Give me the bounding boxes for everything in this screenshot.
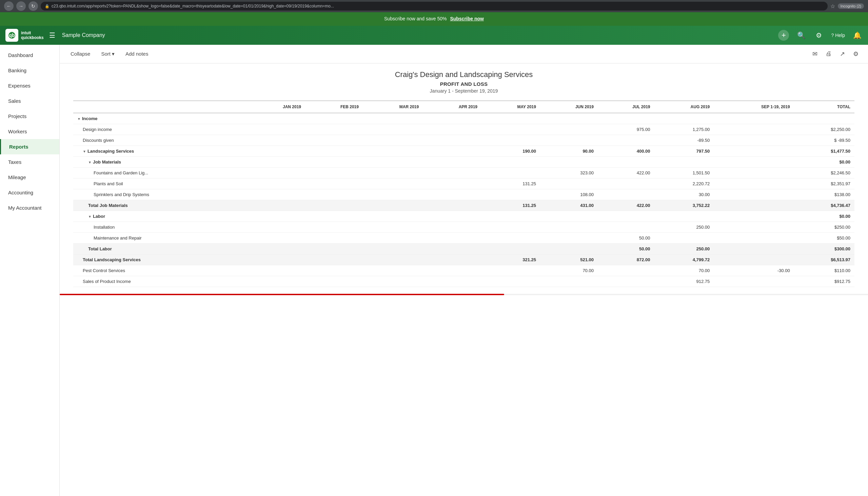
sidebar-item-banking[interactable]: Banking — [0, 63, 59, 78]
sidebar-item-workers[interactable]: Workers — [0, 124, 59, 139]
row-label[interactable]: Sales of Product Income — [73, 276, 247, 287]
cell — [654, 211, 714, 221]
cell — [481, 189, 540, 200]
report-type-title: PROFIT AND LOSS — [73, 81, 854, 87]
sidebar-item-expenses[interactable]: Expenses — [0, 78, 59, 93]
cell — [423, 232, 481, 243]
sidebar-item-my-accountant[interactable]: My Accountant — [0, 200, 59, 215]
subscribe-now-link[interactable]: Subscribe now — [450, 16, 484, 21]
collapse-button[interactable]: Collapse — [68, 49, 93, 58]
cell — [423, 200, 481, 211]
col-header-may: MAY 2019 — [481, 101, 540, 113]
report-settings-button[interactable]: ⚙ — [852, 49, 860, 59]
cell: $300.00 — [794, 243, 854, 254]
cell: 70.00 — [540, 265, 598, 276]
table-row: ▼Income — [73, 113, 854, 124]
cell: $250.00 — [794, 221, 854, 232]
sidebar-item-label: Projects — [8, 113, 27, 119]
cell: 250.00 — [654, 221, 714, 232]
cell — [305, 156, 363, 167]
collapse-arrow-icon: ▼ — [88, 160, 92, 164]
refresh-button[interactable]: ↻ — [29, 1, 38, 11]
cell: 400.00 — [598, 145, 654, 156]
table-row: Fountains and Garden Lig... 323.00 422.0… — [73, 167, 854, 178]
cell — [247, 156, 305, 167]
address-bar[interactable]: 🔒 c23.qbo.intuit.com/app/reportv2?token=… — [41, 2, 827, 11]
cell — [247, 276, 305, 287]
cell — [714, 178, 794, 189]
row-label[interactable]: Maintenance and Repair — [73, 232, 247, 243]
url-text: c23.qbo.intuit.com/app/reportv2?token=PA… — [51, 4, 334, 9]
row-label[interactable]: Total Labor — [73, 243, 247, 254]
row-label[interactable]: Total Landscaping Services — [73, 254, 247, 265]
email-report-button[interactable]: ✉ — [811, 49, 819, 59]
table-row: ▼Landscaping Services 190.00 90.00 400.0… — [73, 145, 854, 156]
cell: 321.25 — [481, 254, 540, 265]
cell — [540, 243, 598, 254]
cell — [481, 156, 540, 167]
table-row: Maintenance and Repair 50.00 $50.00 — [73, 232, 854, 243]
help-button[interactable]: ? Help — [831, 33, 845, 38]
row-label[interactable]: Sprinklers and Drip Systems — [73, 189, 247, 200]
cell — [423, 113, 481, 124]
sidebar-item-mileage[interactable]: Mileage — [0, 170, 59, 185]
print-report-button[interactable]: 🖨 — [824, 49, 833, 59]
hamburger-menu-button[interactable]: ☰ — [49, 31, 55, 40]
cell — [540, 156, 598, 167]
forward-button[interactable]: → — [16, 1, 26, 11]
add-button[interactable]: + — [778, 30, 789, 41]
row-label[interactable]: Plants and Soil — [73, 178, 247, 189]
cell — [363, 243, 423, 254]
cell — [481, 124, 540, 135]
scrollbar-thumb[interactable] — [60, 294, 504, 295]
sidebar-item-sales[interactable]: Sales — [0, 93, 59, 109]
cell: $50.00 — [794, 232, 854, 243]
cell — [598, 178, 654, 189]
export-report-button[interactable]: ↗ — [838, 49, 846, 59]
cell: $0.00 — [794, 211, 854, 221]
cell — [423, 124, 481, 135]
row-label[interactable]: ▼Landscaping Services — [73, 145, 247, 156]
cell — [714, 211, 794, 221]
help-icon: ? — [831, 33, 834, 38]
subscribe-banner: Subscribe now and save 50% Subscribe now — [0, 12, 868, 26]
cell — [423, 243, 481, 254]
sidebar-item-accounting[interactable]: Accounting — [0, 185, 59, 200]
row-label[interactable]: ▼Labor — [73, 211, 247, 221]
collapse-arrow-icon: ▼ — [88, 215, 92, 218]
cell — [598, 276, 654, 287]
browser-bar: ← → ↻ 🔒 c23.qbo.intuit.com/app/reportv2?… — [0, 0, 868, 12]
add-notes-button[interactable]: Add notes — [123, 49, 151, 58]
cell — [714, 167, 794, 178]
report-date-range: January 1 - September 19, 2019 — [73, 88, 854, 94]
sidebar-item-label: Taxes — [8, 159, 21, 165]
back-button[interactable]: ← — [4, 1, 14, 11]
settings-button[interactable]: ⚙ — [814, 30, 824, 41]
table-row: Pest Control Services 70.00 70.00 -30.00… — [73, 265, 854, 276]
cell — [540, 178, 598, 189]
notifications-button[interactable]: 🔔 — [852, 30, 863, 41]
col-header-jun: JUN 2019 — [540, 101, 598, 113]
sidebar-item-taxes[interactable]: Taxes — [0, 154, 59, 170]
table-row: Total Job Materials 131.25 431.00 422.00… — [73, 200, 854, 211]
table-row: Design income 975.00 1,275.00 $2,250.00 — [73, 124, 854, 135]
row-label[interactable]: Discounts given — [73, 135, 247, 145]
logo-mark: qb — [5, 29, 18, 42]
row-label[interactable]: Pest Control Services — [73, 265, 247, 276]
sidebar-item-reports[interactable]: Reports — [0, 139, 59, 154]
cell — [363, 156, 423, 167]
row-label[interactable]: Total Job Materials — [73, 200, 247, 211]
row-label[interactable]: Fountains and Garden Lig... — [73, 167, 247, 178]
cell: $912.75 — [794, 276, 854, 287]
sort-button[interactable]: Sort ▾ — [98, 49, 117, 58]
sidebar-item-projects[interactable]: Projects — [0, 109, 59, 124]
row-label[interactable]: Installation — [73, 221, 247, 232]
search-button[interactable]: 🔍 — [796, 30, 807, 41]
bookmark-button[interactable]: ☆ — [830, 3, 835, 10]
row-label[interactable]: ▼Income — [73, 113, 247, 124]
row-label[interactable]: ▼Job Materials — [73, 156, 247, 167]
col-header-jul: JUL 2019 — [598, 101, 654, 113]
horizontal-scrollbar[interactable] — [60, 294, 868, 295]
row-label[interactable]: Design income — [73, 124, 247, 135]
sidebar-item-dashboard[interactable]: Dashboard — [0, 47, 59, 63]
